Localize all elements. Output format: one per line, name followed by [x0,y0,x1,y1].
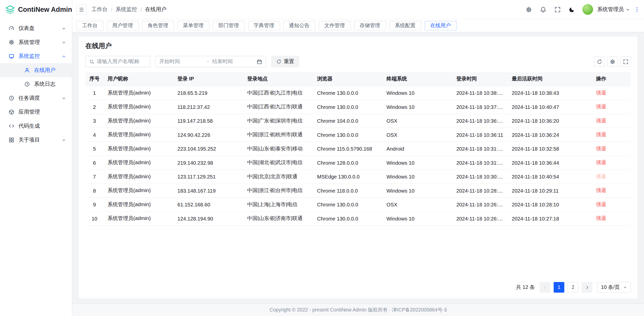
sidebar-item[interactable]: 任务调度 [0,91,72,105]
chevron-down-icon [62,138,66,142]
settings-button[interactable] [523,4,534,15]
fullscreen-button[interactable] [552,4,563,15]
cell-ip: 119.147.218.58 [173,114,243,128]
cell-os: Windows 10 [382,100,452,114]
cell-action: 强退 [592,128,631,142]
cell-last_active: 2024-11-18 10:36:44 [508,156,592,170]
tab-item[interactable]: 菜单管理 [177,21,209,30]
start-time-placeholder[interactable]: 开始时间 [159,58,204,65]
date-range-picker[interactable]: 开始时间 - 结束时间 [155,56,266,67]
cell-browser: Chrome 128.0.0.0 [313,156,382,170]
cell-no: 3 [86,114,104,128]
force-logout-link[interactable]: 强退 [596,132,606,138]
calendar-icon [257,59,262,64]
chevron-down-icon [62,26,66,31]
user-menu[interactable]: 系统管理员 [597,6,630,13]
dark-mode-toggle[interactable] [566,4,577,15]
sidebar-item[interactable]: 系统管理 [0,35,72,49]
cell-os: Windows 10 [382,156,452,170]
user-name: 系统管理员 [597,6,624,13]
notifications-button[interactable] [538,4,549,15]
tab-item[interactable]: 部门管理 [213,21,245,30]
column-header: 最后活跃时间 [508,72,592,86]
table-refresh-button[interactable] [594,56,605,67]
pagination-pages: 12 [554,282,578,293]
pagination-page-button[interactable]: 1 [554,282,564,293]
app-logo[interactable]: ContiNew Admin [0,0,72,19]
reset-button-label: 重置 [284,58,294,65]
end-time-placeholder[interactable]: 结束时间 [212,58,257,65]
cell-browser: Chrome 130.0.0.0 [313,212,382,226]
cell-nickname: 系统管理员(admin) [103,212,173,226]
search-input[interactable] [97,59,147,64]
page-size-select[interactable]: 10 条/页 [597,282,631,293]
cell-nickname: 系统管理员(admin) [103,86,173,100]
app-window: ContiNew Admin 仪表盘系统管理系统监控在线用户系统日志任务调度应用… [0,0,644,316]
cell-location: 中国|湖北省|武汉市|电信 [243,156,313,170]
pagination-next-button[interactable] [582,282,592,293]
cell-location: 中国|江西省|九江市|电信 [243,86,313,100]
cell-action: 强退 [592,156,631,170]
force-logout-link[interactable]: 强退 [596,146,606,152]
cell-ip: 183.148.167.119 [173,184,243,198]
table-row: 6系统管理员(admin)219.140.232.98中国|湖北省|武汉市|电信… [86,156,631,170]
cell-nickname: 系统管理员(admin) [103,170,173,184]
sidebar-subitem[interactable]: 系统日志 [0,77,72,91]
cell-login_time: 2024-11-18 10:26:32 [452,212,508,226]
sidebar-item[interactable]: 应用管理 [0,105,72,119]
sidebar-item[interactable]: 仪表盘 [0,21,72,35]
page-size-label: 10 条/页 [601,284,620,291]
cell-nickname: 系统管理员(admin) [103,142,173,156]
cell-nickname: 系统管理员(admin) [103,100,173,114]
sidebar-subitem[interactable]: 在线用户 [0,63,72,77]
force-logout-link[interactable]: 强退 [596,202,606,207]
tab-item[interactable]: 存储管理 [354,21,386,30]
tab-item[interactable]: 用户管理 [107,21,139,30]
force-logout-link[interactable]: 强退 [596,188,606,193]
tab-item[interactable]: 文件管理 [318,21,350,30]
user-avatar[interactable] [582,4,593,15]
history-icon [24,81,30,87]
tab-item[interactable]: 在线用户 [424,21,456,30]
cell-last_active: 2024-11-18 10:32:58 [508,142,592,156]
force-logout-link[interactable]: 强退 [596,90,606,96]
sidebar-item[interactable]: 系统监控 [0,49,72,63]
breadcrumb-separator: / [140,6,142,12]
more-options-button[interactable] [633,4,641,15]
breadcrumb: 工作台/系统监控/在线用户 [92,6,167,13]
force-logout-link[interactable]: 强退 [596,118,606,124]
breadcrumb-item[interactable]: 系统监控 [116,6,137,13]
tab-item[interactable]: 工作台 [76,21,103,30]
more-vertical-icon [634,7,640,12]
search-icon [89,59,94,64]
tab-item[interactable]: 角色管理 [142,21,174,30]
table-fullscreen-button[interactable] [620,56,631,67]
pagination-prev-button[interactable] [540,282,550,293]
force-logout-link[interactable]: 强退 [596,160,606,165]
tab-item[interactable]: 通知公告 [283,21,315,30]
pagination-page-button[interactable]: 2 [568,282,578,293]
tab-item[interactable]: 字典管理 [248,21,280,30]
cell-last_active: 2024-11-18 10:38:43 [508,86,592,100]
cell-login_time: 2024-11-18 10:36:15 [452,114,508,128]
table-row: 10系统管理员(admin)124.128.194.90中国|山东省|济南市|联… [86,212,631,226]
cell-ip: 61.152.168.60 [173,198,243,212]
sidebar-item-label: 系统监控 [18,53,40,60]
table-settings-button[interactable] [607,56,618,67]
chevron-up-icon [62,54,66,59]
cell-browser: Chrome 115.0.5790.168 [313,142,382,156]
sidebar-collapse-button[interactable] [76,4,87,15]
breadcrumb-item[interactable]: 工作台 [92,6,108,13]
breadcrumb-item[interactable]: 在线用户 [145,6,167,13]
cell-os: OSX [382,198,452,212]
force-logout-link[interactable]: 强退 [596,104,606,110]
sidebar-item[interactable]: 关于项目 [0,133,72,147]
reset-button[interactable]: 重置 [271,56,300,67]
fullscreen-icon [623,59,628,64]
force-logout-link[interactable]: 强退 [596,215,606,221]
force-logout-link[interactable]: 强退 [596,174,606,179]
cell-ip: 218.65.5.219 [173,86,243,100]
tab-item[interactable]: 系统配置 [389,21,421,30]
sidebar-item[interactable]: 代码生成 [0,119,72,133]
cell-login_time: 2024-11-18 10:28:39 [452,184,508,198]
